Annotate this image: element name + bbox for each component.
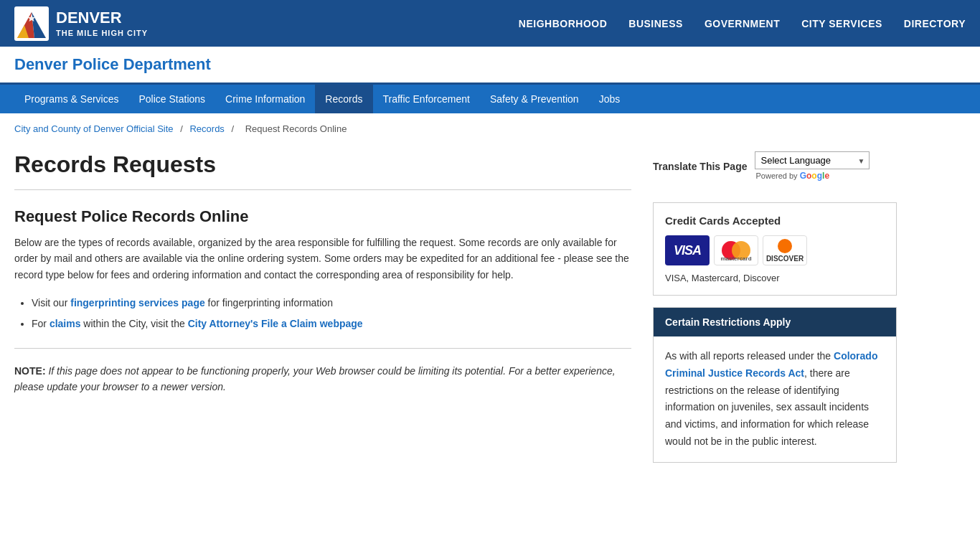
main-nav-links: NEIGHBORHOOD BUSINESS GOVERNMENT CITY SE… [519, 14, 966, 33]
translate-widget-inner: Translate This Page Select Language ▼ Po… [653, 151, 897, 181]
breadcrumb-home[interactable]: City and County of Denver Official Site [14, 123, 174, 134]
bullet2-prefix: For [32, 318, 50, 329]
subnav-crime-information[interactable]: Crime Information [215, 85, 315, 113]
breadcrumb-separator-1: / [180, 123, 185, 134]
translate-label: Translate This Page [653, 161, 748, 172]
bullet-list: Visit our fingerprinting services page f… [32, 294, 631, 333]
nav-directory[interactable]: DIRECTORY [904, 14, 966, 33]
breadcrumb-separator-2: / [232, 123, 237, 134]
discover-label: DISCOVER [766, 255, 804, 263]
translate-select-wrapper: Select Language ▼ [755, 151, 870, 169]
content-area: Records Requests Request Police Records … [0, 144, 980, 484]
translate-widget: Translate This Page Select Language ▼ Po… [653, 151, 897, 181]
breadcrumb: City and County of Denver Official Site … [0, 113, 980, 144]
logo-area[interactable]: DENVER THE MILE HIGH CITY [14, 6, 148, 41]
subnav-police-stations[interactable]: Police Stations [128, 85, 215, 113]
visa-icon: VISA [665, 235, 710, 265]
powered-by: Powered by Google [756, 171, 870, 181]
discover-dot [778, 239, 792, 253]
department-header: Denver Police Department [0, 47, 980, 85]
bullet2-middle: within the City, visit the [80, 318, 187, 329]
credit-card-icons: VISA mastercard DISCOVER [665, 235, 885, 265]
translate-select-container: Select Language ▼ Powered by Google [755, 151, 870, 181]
restrictions-text-2: , there are restrictions on the release … [665, 367, 869, 447]
top-navigation: DENVER THE MILE HIGH CITY NEIGHBORHOOD B… [0, 0, 980, 47]
title-divider [14, 189, 631, 190]
sub-navigation: Programs & Services Police Stations Crim… [0, 85, 980, 113]
credit-cards-box: Credit Cards Accepted VISA mastercard [653, 202, 897, 296]
note-label: NOTE: [14, 365, 46, 377]
google-logo-text: Google [800, 171, 829, 181]
credit-cards-heading: Credit Cards Accepted [665, 215, 885, 227]
subnav-records[interactable]: Records [315, 85, 372, 113]
breadcrumb-current: Request Records Online [245, 123, 347, 134]
restrictions-header: Certain Restrictions Apply [654, 308, 896, 336]
discover-icon: DISCOVER [763, 235, 807, 265]
subnav-programs[interactable]: Programs & Services [14, 85, 128, 113]
claims-link[interactable]: claims [50, 318, 81, 329]
note-text: If this page does not appear to be funct… [14, 365, 616, 392]
bullet1-prefix: Visit our [32, 297, 70, 309]
denver-logo-icon [14, 6, 49, 41]
note-paragraph: NOTE: If this page does not appear to be… [14, 363, 631, 395]
mastercard-label: mastercard [715, 255, 758, 262]
language-select[interactable]: Select Language [755, 151, 870, 169]
bullet-item-fingerprinting: Visit our fingerprinting services page f… [32, 294, 631, 312]
nav-neighborhood[interactable]: NEIGHBORHOOD [519, 14, 607, 33]
nav-government[interactable]: GOVERNMENT [705, 14, 780, 33]
restrictions-text-1: As with all reports released under the [665, 350, 834, 362]
fingerprinting-link[interactable]: fingerprinting services page [70, 297, 205, 309]
page-title: Records Requests [14, 151, 631, 178]
breadcrumb-records[interactable]: Records [189, 123, 224, 134]
body-paragraph: Below are the types of records available… [14, 235, 631, 283]
subnav-safety[interactable]: Safety & Prevention [480, 85, 589, 113]
restrictions-text: As with all reports released under the C… [665, 348, 885, 451]
section-heading: Request Police Records Online [14, 207, 631, 226]
credit-cards-body: Credit Cards Accepted VISA mastercard [654, 203, 896, 295]
logo-text: DENVER THE MILE HIGH CITY [56, 9, 148, 39]
bullet1-suffix: for fingerprinting information [205, 297, 333, 309]
mastercard-icon: mastercard [714, 235, 758, 265]
nav-business[interactable]: BUSINESS [628, 14, 683, 33]
content-divider [14, 348, 631, 349]
main-content: Records Requests Request Police Records … [14, 151, 631, 463]
restrictions-box: Certain Restrictions Apply As with all r… [653, 307, 897, 463]
restrictions-body: As with all reports released under the C… [654, 336, 896, 462]
department-title: Denver Police Department [14, 55, 966, 74]
powered-by-text: Powered by [756, 171, 800, 180]
city-attorney-link[interactable]: City Attorney's File a Claim webpage [188, 318, 363, 329]
subnav-traffic[interactable]: Traffic Enforcement [373, 85, 480, 113]
credit-card-names: VISA, Mastercard, Discover [665, 273, 885, 283]
restrictions-heading: Certain Restrictions Apply [665, 316, 791, 328]
sidebar: Translate This Page Select Language ▼ Po… [653, 151, 897, 463]
nav-city-services[interactable]: CITY SERVICES [801, 14, 882, 33]
bullet-item-claims: For claims within the City, visit the Ci… [32, 315, 631, 333]
subnav-jobs[interactable]: Jobs [589, 85, 631, 113]
